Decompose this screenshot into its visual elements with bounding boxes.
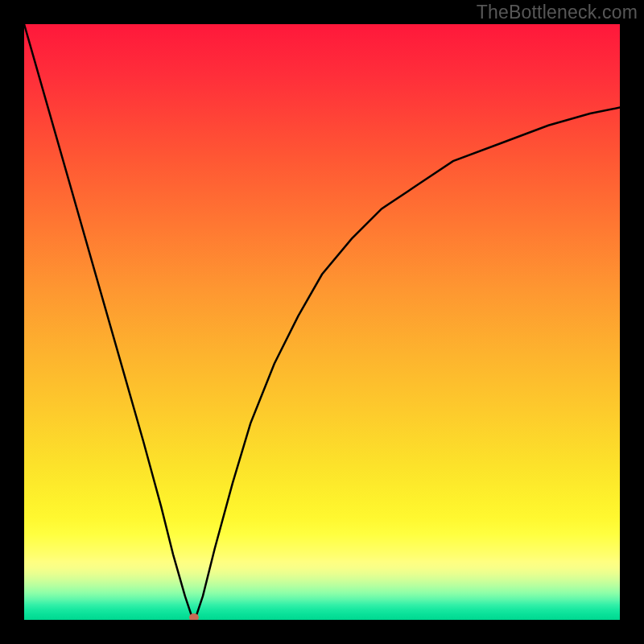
watermark: TheBottleneck.com [477,2,638,23]
plot-area [24,24,620,620]
bottleneck-curve [24,24,620,620]
chart-frame: TheBottleneck.com [0,0,644,644]
curve-svg [24,24,620,620]
